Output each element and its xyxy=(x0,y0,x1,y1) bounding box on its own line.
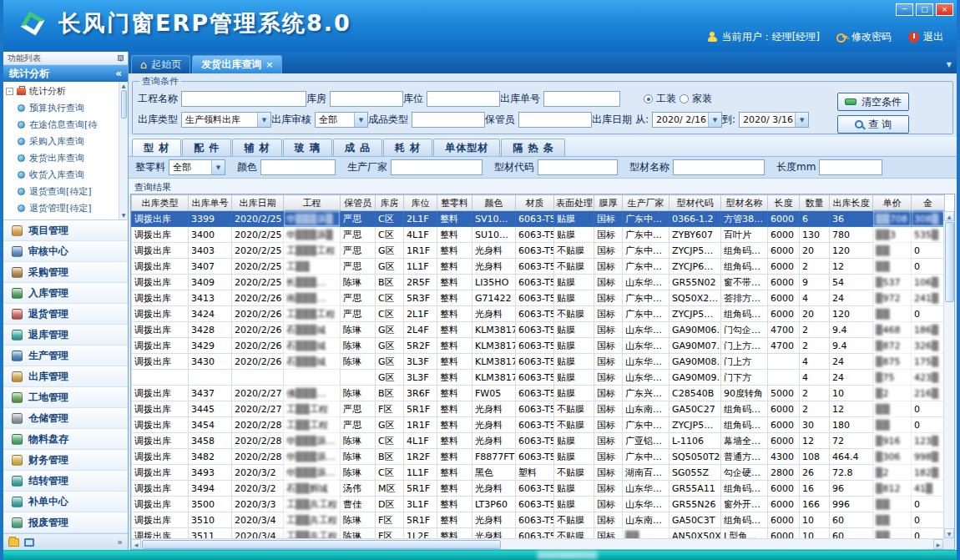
cell[interactable]: B区 xyxy=(376,275,404,290)
cell[interactable]: 百叶片 xyxy=(721,227,768,243)
cell[interactable]: 2L1F xyxy=(404,211,437,227)
cell[interactable]: D区 xyxy=(376,497,404,512)
table-row[interactable]: 调拨出库34132020/2/26南▒▒▒…严思C区5R3F整料G7142260… xyxy=(132,290,945,306)
table-row[interactable]: 调拨出库34372020/2/27佛▒▒▒…陈琳B区3R6F整料FW056063… xyxy=(132,386,945,401)
cell[interactable]: 6063-T5 xyxy=(516,306,554,322)
cell[interactable]: 整料 xyxy=(437,322,472,338)
cell[interactable]: 2020/2/28 xyxy=(232,417,284,433)
column-header[interactable]: 型材代码 xyxy=(669,195,721,211)
cell[interactable]: 6000 xyxy=(768,497,800,512)
cell[interactable]: 调拨出库 xyxy=(132,354,189,370)
cell[interactable]: 光身料 xyxy=(472,512,516,528)
cell[interactable]: 12 xyxy=(830,259,873,275)
cell[interactable]: 6000 xyxy=(768,481,800,497)
cell[interactable]: 3500 xyxy=(189,497,232,512)
audit-select[interactable]: 全部 ▼ xyxy=(315,112,368,128)
cell[interactable]: B区 xyxy=(376,449,404,465)
cell[interactable]: 严思 xyxy=(341,243,376,259)
cell[interactable]: 调拨出库 xyxy=(132,243,189,259)
cell[interactable]: 6000 xyxy=(768,227,800,243)
sidebar-item[interactable]: 财务管理 xyxy=(3,450,128,471)
cell[interactable]: 贴膜 xyxy=(554,275,594,290)
cell[interactable]: 6063-T5 xyxy=(516,338,554,354)
cell[interactable]: 2020/2/26 xyxy=(232,306,284,322)
cell[interactable]: 调拨出库 xyxy=(132,449,189,465)
project-name-input[interactable] xyxy=(181,91,306,107)
cell[interactable]: 6063-T5 xyxy=(516,259,554,275)
cell[interactable]: G71422 xyxy=(472,290,516,306)
cell[interactable]: 3494 xyxy=(189,481,232,497)
cell[interactable]: 严思 xyxy=(341,401,376,417)
cell[interactable]: C区 xyxy=(376,290,404,306)
cell[interactable]: 41▒ xyxy=(912,481,945,497)
cell[interactable]: 326▒ xyxy=(912,338,945,354)
cell[interactable]: 国标 xyxy=(594,338,623,354)
product-type-input[interactable] xyxy=(412,112,485,128)
tree-item[interactable]: 发货出库查询 xyxy=(3,149,119,166)
cell[interactable]: 2020/2/25 xyxy=(232,243,284,259)
cell[interactable]: 3437 xyxy=(189,386,232,401)
table-row[interactable]: 调拨出库34072020/2/25工▒▒严思G区1L1F整料光身料6063-T5… xyxy=(132,259,945,275)
cell[interactable]: 996 xyxy=(830,497,873,512)
cell[interactable]: 4 xyxy=(800,370,830,386)
cell[interactable]: 整料 xyxy=(437,449,472,465)
cell[interactable]: 6000 xyxy=(768,290,800,306)
close-button[interactable]: × xyxy=(936,3,953,16)
cell[interactable]: 整料 xyxy=(437,243,472,259)
cell[interactable]: 4300 xyxy=(768,449,800,465)
cell[interactable]: GA90M07… xyxy=(669,338,721,354)
cell[interactable]: 4700 xyxy=(768,338,800,354)
cell[interactable]: 2020/2/27 xyxy=(232,401,284,417)
cell[interactable]: 4L1F xyxy=(404,433,437,449)
cell[interactable]: 2 xyxy=(800,386,830,401)
cell[interactable]: 9 xyxy=(800,275,830,290)
cell[interactable]: SQ50X2… xyxy=(669,290,721,306)
cell[interactable]: 308▒ xyxy=(912,211,945,227)
cell[interactable]: ▒▒ xyxy=(873,417,912,433)
cell[interactable]: 不贴膜 xyxy=(554,243,594,259)
cell[interactable]: 不贴膜 xyxy=(554,259,594,275)
cell[interactable]: 1R1F xyxy=(404,417,437,433)
cell[interactable]: 工▒▒▒工程 xyxy=(284,243,341,259)
maximize-button[interactable]: □ xyxy=(916,3,933,16)
color-input[interactable] xyxy=(260,159,336,175)
tree-item[interactable]: 在途信息查询[待 xyxy=(3,116,119,133)
cell[interactable]: ▒537 xyxy=(873,275,912,290)
cell[interactable]: GA90M08… xyxy=(669,354,721,370)
cell[interactable]: 3R6F xyxy=(404,386,437,401)
cell[interactable]: 3407 xyxy=(189,259,232,275)
cell[interactable]: 166 xyxy=(800,497,830,512)
cell[interactable]: ▒2 xyxy=(873,386,912,401)
cell[interactable]: 工▒▒▒工程 xyxy=(284,306,341,322)
cell[interactable]: 2020/2/27 xyxy=(232,386,284,401)
cell[interactable]: 国标 xyxy=(594,354,623,370)
column-header[interactable]: 工程 xyxy=(284,195,341,211)
cell[interactable]: 国标 xyxy=(594,227,623,243)
cell[interactable]: 186▒ xyxy=(912,322,945,338)
cell[interactable]: 6063-T5 xyxy=(516,354,554,370)
cell[interactable]: KLM3817 xyxy=(472,370,516,386)
cell[interactable]: 2 xyxy=(800,338,830,354)
cell[interactable]: 24 xyxy=(830,290,873,306)
cell[interactable]: 工▒▒共工程 xyxy=(284,512,341,528)
cell[interactable]: 国标 xyxy=(594,386,623,401)
cell[interactable]: 广东中… xyxy=(623,211,669,227)
profile-code-input[interactable] xyxy=(538,159,618,175)
cell[interactable]: 严思 xyxy=(341,290,376,306)
cell[interactable]: 陈琳 xyxy=(341,275,376,290)
sidebar-item[interactable]: 补单中心 xyxy=(3,492,128,512)
cell[interactable]: 6063-T5 xyxy=(516,275,554,290)
manufacturer-input[interactable] xyxy=(391,159,483,175)
table-row[interactable]: 调拨出库34942020/3/2石▒▒辉城汤伟M区5R1F整料光身料6063-T… xyxy=(132,481,945,497)
cell[interactable]: 调拨出库 xyxy=(132,512,189,528)
cell[interactable]: GA90M09… xyxy=(669,370,721,386)
cell[interactable]: 整料 xyxy=(437,433,472,449)
cell[interactable]: 6063-T5 xyxy=(516,211,554,227)
more-icon[interactable]: » xyxy=(117,537,123,547)
cell[interactable]: ▒306 xyxy=(873,449,912,465)
cell[interactable]: 调拨出库 xyxy=(132,275,189,290)
cell[interactable]: 216▒ xyxy=(912,386,945,401)
cell[interactable]: ZYBY607 xyxy=(669,227,721,243)
cell[interactable]: 国标 xyxy=(594,275,623,290)
tree-item[interactable]: 采购入库查询 xyxy=(3,133,119,149)
